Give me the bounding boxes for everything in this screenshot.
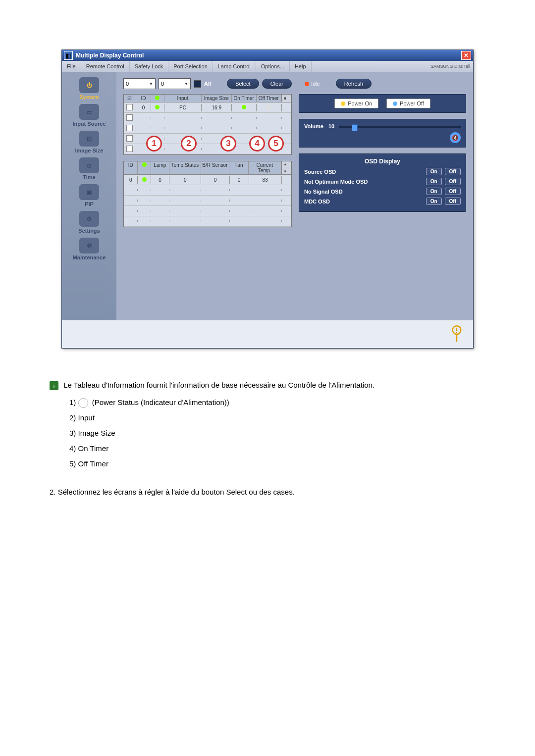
list-item: 5) Off Timer bbox=[69, 457, 485, 470]
osd-nosignal-label: No Signal OSD bbox=[304, 189, 423, 195]
sidebar-label: Maintenance bbox=[73, 254, 106, 260]
osd-mdc-off[interactable]: Off bbox=[445, 198, 461, 205]
col-fan: Fan bbox=[229, 161, 249, 174]
sidebar-item-pip[interactable]: ▣ PIP bbox=[62, 184, 116, 207]
table-row[interactable]: 0 PC 16:9 bbox=[124, 102, 291, 113]
col-on-timer: On Timer bbox=[232, 95, 257, 102]
id-range-end[interactable]: 0▼ bbox=[159, 78, 191, 89]
menu-options[interactable]: Options... bbox=[256, 61, 290, 72]
sidebar: ⏻ System ▭ Input Source ◱ Image Size ◷ T… bbox=[62, 72, 116, 320]
volume-value: 10 bbox=[328, 123, 334, 129]
callout-4: 4 bbox=[249, 136, 265, 151]
svg-point-2 bbox=[456, 332, 457, 333]
sidebar-item-system[interactable]: ⏻ System bbox=[62, 77, 116, 100]
warning-icon bbox=[450, 325, 463, 343]
osd-panel: OSD Display Source OSDOnOff Not Optimum … bbox=[299, 153, 466, 212]
col-image-size: Image Size bbox=[202, 95, 232, 102]
refresh-button[interactable]: Refresh bbox=[336, 79, 372, 89]
pip-icon: ▣ bbox=[79, 184, 99, 200]
col-check: ☑ bbox=[124, 95, 136, 102]
close-icon[interactable]: ✕ bbox=[461, 51, 471, 60]
image-size-icon: ◱ bbox=[79, 131, 99, 147]
mute-icon[interactable]: 🔇 bbox=[450, 132, 461, 143]
titlebar: ◧ Multiple Display Control ✕ bbox=[62, 50, 473, 61]
sidebar-item-time[interactable]: ◷ Time bbox=[62, 157, 116, 180]
intro-text: Le Tableau d'Information fournit l'infor… bbox=[63, 381, 374, 389]
sidebar-item-input-source[interactable]: ▭ Input Source bbox=[62, 104, 116, 127]
osd-mdc-on[interactable]: On bbox=[426, 198, 442, 205]
sidebar-label: PIP bbox=[85, 201, 94, 207]
osd-title: OSD Display bbox=[304, 158, 461, 165]
col-input: Input bbox=[164, 95, 202, 102]
col-id: ID bbox=[124, 161, 138, 174]
menu-port-selection[interactable]: Port Selection bbox=[168, 61, 213, 72]
sidebar-item-settings[interactable]: ⚙ Settings bbox=[62, 211, 116, 234]
id-range-start[interactable]: 0▼ bbox=[123, 78, 156, 89]
osd-nosignal-on[interactable]: On bbox=[426, 188, 442, 195]
sidebar-label: Input Source bbox=[72, 121, 106, 127]
sidebar-label: Image Size bbox=[75, 148, 104, 153]
osd-optimum-off[interactable]: Off bbox=[445, 178, 461, 185]
sidebar-item-maintenance[interactable]: 🛠 Maintenance bbox=[62, 238, 116, 260]
info-table-2: ID Lamp Temp.Status B/R Sensor Fan Curre… bbox=[123, 161, 292, 227]
settings-icon: ⚙ bbox=[79, 211, 99, 227]
osd-source-on[interactable]: On bbox=[426, 168, 442, 175]
idle-status: Idle bbox=[305, 81, 320, 87]
menu-remote-control[interactable]: Remote Control bbox=[81, 61, 130, 72]
sidebar-label: System bbox=[79, 94, 99, 100]
callout-1: 1 bbox=[146, 136, 162, 151]
select-button[interactable]: Select bbox=[227, 79, 259, 89]
main-area: 0▼ 0▼ All Select Clear Idle Refresh bbox=[116, 72, 473, 320]
col-temp-status: Temp.Status bbox=[169, 161, 201, 174]
power-status-icon bbox=[78, 398, 88, 408]
osd-source-off[interactable]: Off bbox=[445, 168, 461, 175]
all-checkbox[interactable] bbox=[194, 80, 201, 88]
col-off-timer: Off Timer bbox=[257, 95, 281, 102]
col-current-temp: Current Temp. bbox=[249, 161, 281, 174]
sidebar-item-image-size[interactable]: ◱ Image Size bbox=[62, 131, 116, 153]
document-text: i Le Tableau d'Information fournit l'inf… bbox=[50, 378, 485, 499]
menu-help[interactable]: Help bbox=[290, 61, 312, 72]
app-icon: ◧ bbox=[64, 51, 73, 60]
osd-source-label: Source OSD bbox=[304, 169, 423, 175]
status-bar bbox=[62, 320, 473, 348]
all-label: All bbox=[204, 81, 211, 87]
list-item: 2) Input bbox=[69, 411, 485, 424]
list-item: 1) (Power Status (Indicateur d'Alimentat… bbox=[69, 396, 485, 409]
osd-optimum-label: Not Optimum Mode OSD bbox=[304, 179, 423, 185]
power-panel: Power On Power Off bbox=[299, 94, 466, 113]
menu-lamp-control[interactable]: Lamp Control bbox=[213, 61, 256, 72]
callout-5: 5 bbox=[268, 136, 284, 151]
osd-nosignal-off[interactable]: Off bbox=[445, 188, 461, 195]
osd-optimum-on[interactable]: On bbox=[426, 178, 442, 185]
col-power bbox=[151, 95, 164, 102]
list-item: 3) Image Size bbox=[69, 426, 485, 440]
col-lamp: Lamp bbox=[151, 161, 169, 174]
sidebar-label: Time bbox=[83, 174, 95, 180]
osd-mdc-label: MDC OSD bbox=[304, 199, 423, 204]
note-2: 2. Sélectionnez les écrans à régler à l'… bbox=[50, 485, 485, 499]
brand-label: SAMSUNG DIGITall bbox=[430, 64, 470, 69]
volume-panel: Volume 10 🔇 bbox=[299, 119, 466, 148]
table-row[interactable]: 0 0 0 0 0 83 bbox=[124, 175, 291, 185]
callout-3: 3 bbox=[220, 136, 236, 151]
menu-file[interactable]: File bbox=[62, 61, 81, 72]
app-window: ◧ Multiple Display Control ✕ File Remote… bbox=[61, 50, 474, 349]
menubar: File Remote Control Safety Lock Port Sel… bbox=[62, 61, 473, 72]
power-on-button[interactable]: Power On bbox=[334, 99, 378, 108]
time-icon: ◷ bbox=[79, 157, 99, 173]
menu-safety-lock[interactable]: Safety Lock bbox=[130, 61, 168, 72]
info-icon: i bbox=[50, 381, 58, 390]
maintenance-icon: 🛠 bbox=[79, 238, 99, 253]
volume-slider[interactable] bbox=[339, 126, 461, 128]
col-id: ID bbox=[136, 95, 151, 102]
col-br-sensor: B/R Sensor bbox=[201, 161, 229, 174]
window-title: Multiple Display Control bbox=[76, 52, 461, 59]
clear-button[interactable]: Clear bbox=[262, 79, 292, 89]
system-icon: ⏻ bbox=[79, 77, 99, 93]
scrollbar[interactable] bbox=[281, 95, 291, 102]
scrollbar[interactable] bbox=[281, 161, 291, 174]
power-off-button[interactable]: Power Off bbox=[386, 99, 430, 108]
col-status bbox=[138, 161, 151, 174]
input-source-icon: ▭ bbox=[79, 104, 99, 120]
